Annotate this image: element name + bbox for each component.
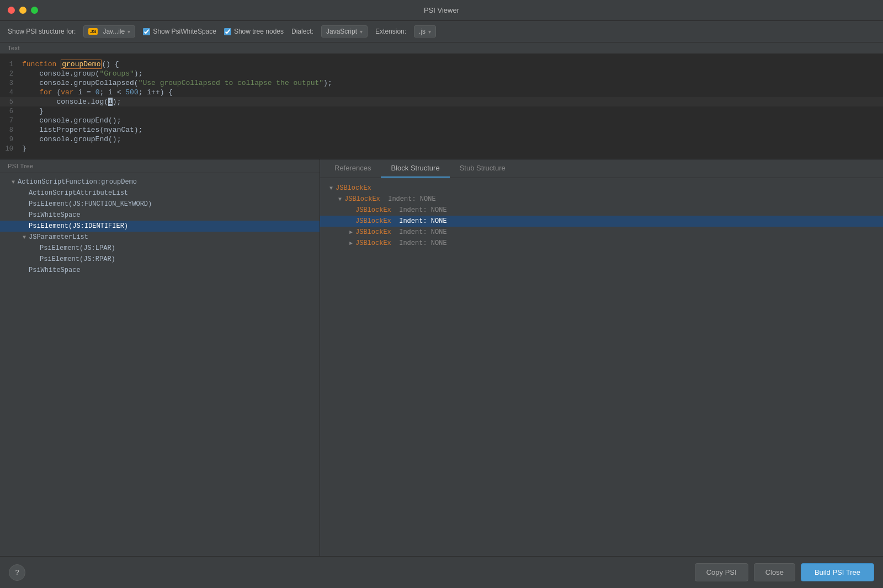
help-button[interactable]: ? xyxy=(9,564,25,581)
tree-item-label: JSParameterList xyxy=(29,233,88,241)
file-dropdown[interactable]: JS Jav...ile ▾ xyxy=(83,25,135,38)
whitespace-checkbox[interactable] xyxy=(143,28,150,35)
block-item-label: JSBlockEx xyxy=(336,184,371,192)
tree-item[interactable]: PsiWhiteSpace xyxy=(0,265,320,276)
tree-toggle-icon[interactable] xyxy=(336,196,344,202)
chevron-down-icon: ▾ xyxy=(127,29,130,35)
tree-item-label: PsiWhiteSpace xyxy=(29,266,81,274)
maximize-button[interactable] xyxy=(31,7,38,14)
window-title: PSI Viewer xyxy=(424,6,459,14)
code-line-cursor: 5 console.log(i); xyxy=(0,97,883,106)
close-button[interactable] xyxy=(8,7,15,14)
code-line: 1 function groupDemo() { xyxy=(0,60,883,69)
tree-item[interactable]: PsiElement(JS:RPAR) xyxy=(0,254,320,265)
code-line: 10 } xyxy=(0,144,883,153)
tree-toggle-icon[interactable] xyxy=(327,185,336,191)
block-item[interactable]: JSBlockEx Indent: NONE xyxy=(320,205,883,216)
js-file-icon: JS xyxy=(88,28,98,35)
tree-item-selected[interactable]: PsiElement(JS:IDENTIFIER) xyxy=(0,221,320,232)
code-line: 7 console.groupEnd(); xyxy=(0,116,883,125)
code-editor: 1 function groupDemo() { 2 console.group… xyxy=(0,54,883,159)
copy-psi-button[interactable]: Copy PSI xyxy=(695,563,748,581)
block-indent-label: Indent: NONE xyxy=(391,217,447,225)
block-item[interactable]: JSBlockEx xyxy=(320,183,883,194)
code-line: 4 for (var i = 0; i < 500; i++) { xyxy=(0,88,883,97)
psi-tree-header: PSI Tree xyxy=(0,159,320,173)
traffic-lights xyxy=(8,7,38,14)
psi-tree-content: ActionScriptFunction:groupDemo ActionScr… xyxy=(0,173,320,556)
block-item-label: JSBlockEx xyxy=(355,217,391,225)
block-item[interactable]: JSBlockEx Indent: NONE xyxy=(320,227,883,238)
code-line: 8 listProperties(nyanCat); xyxy=(0,125,883,135)
action-right: Copy PSI Close Build PSI Tree xyxy=(695,563,874,581)
tree-item[interactable]: PsiElement(JS:LPAR) xyxy=(0,243,320,254)
block-item[interactable]: JSBlockEx Indent: NONE xyxy=(320,238,883,249)
tree-nodes-label: Show tree nodes xyxy=(234,28,284,35)
tabs-bar: References Block Structure Stub Structur… xyxy=(320,159,883,178)
action-bar: ? Copy PSI Close Build PSI Tree xyxy=(0,556,883,588)
dialect-label: Dialect: xyxy=(291,28,313,35)
tree-item-label: PsiElement(JS:IDENTIFIER) xyxy=(29,222,128,230)
tree-item-label: PsiElement(JS:RPAR) xyxy=(40,255,115,263)
whitespace-label: Show PsiWhiteSpace xyxy=(153,28,216,35)
tree-nodes-checkbox[interactable] xyxy=(224,28,231,35)
psi-tree-panel: PSI Tree ActionScriptFunction:groupDemo … xyxy=(0,159,320,556)
tree-item[interactable]: ActionScriptFunction:groupDemo xyxy=(0,177,320,188)
code-line: 9 console.groupEnd(); xyxy=(0,135,883,144)
tree-nodes-checkbox-group: Show tree nodes xyxy=(224,28,284,35)
tree-toggle-icon[interactable] xyxy=(20,234,29,240)
right-panel: References Block Structure Stub Structur… xyxy=(320,159,883,556)
dialect-value: JavaScript xyxy=(326,28,357,35)
code-line: 2 console.group("Groups"); xyxy=(0,69,883,78)
tree-toggle-icon[interactable] xyxy=(347,240,355,247)
text-section-header: Text xyxy=(0,42,883,54)
block-indent-label: Indent: NONE xyxy=(391,228,447,236)
code-line: 3 console.groupCollapsed("Use groupColla… xyxy=(0,78,883,88)
bottom-panel: PSI Tree ActionScriptFunction:groupDemo … xyxy=(0,159,883,556)
tree-item-label: PsiElement(JS:LPAR) xyxy=(40,244,115,252)
build-psi-button[interactable]: Build PSI Tree xyxy=(801,563,874,581)
minimize-button[interactable] xyxy=(19,7,26,14)
tree-item[interactable]: JSParameterList xyxy=(0,232,320,243)
block-item-label: JSBlockEx xyxy=(344,195,380,203)
tree-item-label: ActionScriptAttributeList xyxy=(29,189,128,197)
block-item-selected[interactable]: JSBlockEx Indent: NONE xyxy=(320,216,883,227)
extension-label: Extension: xyxy=(375,28,406,35)
block-structure-content: JSBlockEx JSBlockEx Indent: NONE JSBlock… xyxy=(320,178,883,556)
chevron-down-icon: ▾ xyxy=(360,29,363,35)
block-item-label: JSBlockEx xyxy=(355,239,391,247)
tree-item[interactable]: PsiWhiteSpace xyxy=(0,210,320,221)
tab-stub-structure[interactable]: Stub Structure xyxy=(450,159,515,178)
block-item[interactable]: JSBlockEx Indent: NONE xyxy=(320,194,883,205)
file-dropdown-value: Jav...ile xyxy=(103,28,125,35)
tree-item[interactable]: ActionScriptAttributeList xyxy=(0,188,320,199)
toolbar: Show PSI structure for: JS Jav...ile ▾ S… xyxy=(0,21,883,42)
code-line: 6 } xyxy=(0,106,883,116)
dialect-dropdown[interactable]: JavaScript ▾ xyxy=(321,25,368,38)
tree-item-label: ActionScriptFunction:groupDemo xyxy=(18,178,137,186)
block-item-label: JSBlockEx xyxy=(355,228,391,236)
close-button[interactable]: Close xyxy=(754,563,795,581)
extension-dropdown[interactable]: .js ▾ xyxy=(414,25,436,38)
block-item-label: JSBlockEx xyxy=(355,206,391,214)
tab-block-structure[interactable]: Block Structure xyxy=(381,159,449,178)
show-psi-label: Show PSI structure for: xyxy=(8,28,76,35)
tree-toggle-icon[interactable] xyxy=(9,179,18,185)
tree-item-label: PsiElement(JS:FUNCTION_KEYWORD) xyxy=(29,200,152,208)
tree-toggle-icon[interactable] xyxy=(347,229,355,236)
titlebar: PSI Viewer xyxy=(0,0,883,21)
block-indent-label: Indent: NONE xyxy=(391,239,447,247)
whitespace-checkbox-group: Show PsiWhiteSpace xyxy=(143,28,216,35)
tree-item[interactable]: PsiElement(JS:FUNCTION_KEYWORD) xyxy=(0,199,320,210)
chevron-down-icon: ▾ xyxy=(428,29,431,35)
block-indent-label: Indent: NONE xyxy=(391,206,447,214)
block-indent-label: Indent: NONE xyxy=(380,195,436,203)
extension-value: .js xyxy=(419,28,425,35)
tree-item-label: PsiWhiteSpace xyxy=(29,211,81,219)
tab-references[interactable]: References xyxy=(325,159,381,178)
